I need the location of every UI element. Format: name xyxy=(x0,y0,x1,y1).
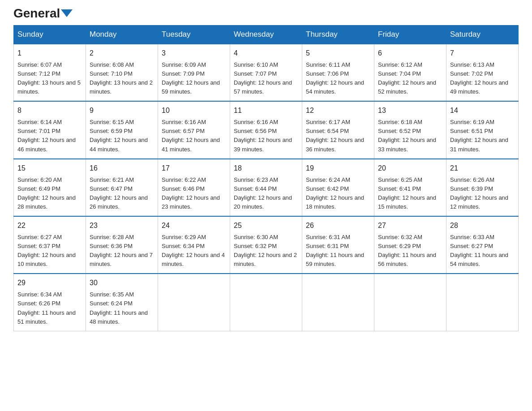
day-number: 15 xyxy=(17,163,82,174)
calendar-cell: 16Sunrise: 6:21 AMSunset: 6:47 PMDayligh… xyxy=(86,159,158,216)
day-info: Sunrise: 6:27 AMSunset: 6:37 PMDaylight:… xyxy=(17,234,76,267)
day-info: Sunrise: 6:12 AMSunset: 7:04 PMDaylight:… xyxy=(378,61,436,95)
calendar-cell: 26Sunrise: 6:31 AMSunset: 6:31 PMDayligh… xyxy=(302,216,374,274)
day-info: Sunrise: 6:10 AMSunset: 7:07 PMDaylight:… xyxy=(234,61,292,95)
day-number: 13 xyxy=(378,105,442,116)
calendar-cell xyxy=(302,274,374,331)
weekday-header-row: SundayMondayTuesdayWednesdayThursdayFrid… xyxy=(14,26,519,44)
logo-arrow-icon xyxy=(61,9,73,17)
day-info: Sunrise: 6:30 AMSunset: 6:32 PMDaylight:… xyxy=(234,234,297,267)
day-info: Sunrise: 6:29 AMSunset: 6:34 PMDaylight:… xyxy=(162,234,225,267)
calendar-cell: 25Sunrise: 6:30 AMSunset: 6:32 PMDayligh… xyxy=(230,216,302,274)
day-info: Sunrise: 6:32 AMSunset: 6:29 PMDaylight:… xyxy=(378,234,436,267)
day-number: 26 xyxy=(306,220,370,231)
day-number: 18 xyxy=(234,163,298,174)
calendar-cell: 24Sunrise: 6:29 AMSunset: 6:34 PMDayligh… xyxy=(158,216,230,274)
calendar-cell: 20Sunrise: 6:25 AMSunset: 6:41 PMDayligh… xyxy=(374,159,446,216)
day-number: 5 xyxy=(306,48,370,59)
day-info: Sunrise: 6:31 AMSunset: 6:31 PMDaylight:… xyxy=(306,234,364,267)
day-info: Sunrise: 6:11 AMSunset: 7:06 PMDaylight:… xyxy=(306,61,364,95)
calendar-cell: 19Sunrise: 6:24 AMSunset: 6:42 PMDayligh… xyxy=(302,159,374,216)
day-info: Sunrise: 6:24 AMSunset: 6:42 PMDaylight:… xyxy=(306,176,364,210)
calendar-cell: 21Sunrise: 6:26 AMSunset: 6:39 PMDayligh… xyxy=(446,159,519,216)
day-info: Sunrise: 6:23 AMSunset: 6:44 PMDaylight:… xyxy=(234,176,292,210)
day-info: Sunrise: 6:20 AMSunset: 6:49 PMDaylight:… xyxy=(17,176,76,210)
day-number: 24 xyxy=(162,220,226,231)
day-number: 27 xyxy=(378,220,442,231)
day-info: Sunrise: 6:17 AMSunset: 6:54 PMDaylight:… xyxy=(306,119,364,152)
calendar-cell: 27Sunrise: 6:32 AMSunset: 6:29 PMDayligh… xyxy=(374,216,446,274)
day-number: 9 xyxy=(90,105,154,116)
day-number: 30 xyxy=(90,278,154,289)
calendar-week-row-1: 1Sunrise: 6:07 AMSunset: 7:12 PMDaylight… xyxy=(14,44,519,101)
day-info: Sunrise: 6:07 AMSunset: 7:12 PMDaylight:… xyxy=(17,61,81,95)
day-info: Sunrise: 6:21 AMSunset: 6:47 PMDaylight:… xyxy=(90,176,148,210)
day-info: Sunrise: 6:09 AMSunset: 7:09 PMDaylight:… xyxy=(162,61,220,95)
calendar-cell: 23Sunrise: 6:28 AMSunset: 6:36 PMDayligh… xyxy=(86,216,158,274)
weekday-header-tuesday: Tuesday xyxy=(158,26,230,44)
calendar-cell: 1Sunrise: 6:07 AMSunset: 7:12 PMDaylight… xyxy=(14,44,86,101)
calendar-week-row-5: 29Sunrise: 6:34 AMSunset: 6:26 PMDayligh… xyxy=(14,274,519,331)
day-number: 16 xyxy=(90,163,154,174)
day-number: 12 xyxy=(306,105,370,116)
weekday-header-wednesday: Wednesday xyxy=(230,26,302,44)
day-number: 1 xyxy=(17,48,82,59)
calendar-cell: 18Sunrise: 6:23 AMSunset: 6:44 PMDayligh… xyxy=(230,159,302,216)
day-number: 7 xyxy=(450,48,515,59)
day-info: Sunrise: 6:25 AMSunset: 6:41 PMDaylight:… xyxy=(378,176,436,210)
day-info: Sunrise: 6:18 AMSunset: 6:52 PMDaylight:… xyxy=(378,119,436,152)
day-info: Sunrise: 6:14 AMSunset: 7:01 PMDaylight:… xyxy=(17,119,76,152)
calendar-cell: 15Sunrise: 6:20 AMSunset: 6:49 PMDayligh… xyxy=(14,159,86,216)
day-number: 3 xyxy=(162,48,226,59)
day-number: 29 xyxy=(17,278,82,289)
day-number: 11 xyxy=(234,105,298,116)
day-info: Sunrise: 6:34 AMSunset: 6:26 PMDaylight:… xyxy=(17,291,76,325)
day-info: Sunrise: 6:19 AMSunset: 6:51 PMDaylight:… xyxy=(450,119,508,152)
day-number: 14 xyxy=(450,105,515,116)
calendar-cell: 13Sunrise: 6:18 AMSunset: 6:52 PMDayligh… xyxy=(374,101,446,158)
calendar-cell: 7Sunrise: 6:13 AMSunset: 7:02 PMDaylight… xyxy=(446,44,519,101)
calendar-cell: 12Sunrise: 6:17 AMSunset: 6:54 PMDayligh… xyxy=(302,101,374,158)
calendar-cell: 8Sunrise: 6:14 AMSunset: 7:01 PMDaylight… xyxy=(14,101,86,158)
day-number: 4 xyxy=(234,48,298,59)
calendar-table: SundayMondayTuesdayWednesdayThursdayFrid… xyxy=(13,25,519,331)
day-info: Sunrise: 6:16 AMSunset: 6:57 PMDaylight:… xyxy=(162,119,220,152)
calendar-cell: 4Sunrise: 6:10 AMSunset: 7:07 PMDaylight… xyxy=(230,44,302,101)
day-number: 23 xyxy=(90,220,154,231)
logo-general-text2: General xyxy=(13,6,60,21)
calendar-cell: 2Sunrise: 6:08 AMSunset: 7:10 PMDaylight… xyxy=(86,44,158,101)
calendar-cell: 6Sunrise: 6:12 AMSunset: 7:04 PMDaylight… xyxy=(374,44,446,101)
calendar-cell: 10Sunrise: 6:16 AMSunset: 6:57 PMDayligh… xyxy=(158,101,230,158)
day-number: 8 xyxy=(17,105,82,116)
calendar-cell: 30Sunrise: 6:35 AMSunset: 6:24 PMDayligh… xyxy=(86,274,158,331)
day-number: 10 xyxy=(162,105,226,116)
day-number: 17 xyxy=(162,163,226,174)
day-number: 25 xyxy=(234,220,298,231)
day-number: 21 xyxy=(450,163,515,174)
day-number: 28 xyxy=(450,220,515,231)
calendar-week-row-4: 22Sunrise: 6:27 AMSunset: 6:37 PMDayligh… xyxy=(14,216,519,274)
day-info: Sunrise: 6:16 AMSunset: 6:56 PMDaylight:… xyxy=(234,119,292,152)
page-header: General xyxy=(13,9,519,17)
day-info: Sunrise: 6:13 AMSunset: 7:02 PMDaylight:… xyxy=(450,61,508,95)
logo: General xyxy=(13,9,73,17)
calendar-cell: 22Sunrise: 6:27 AMSunset: 6:37 PMDayligh… xyxy=(14,216,86,274)
day-info: Sunrise: 6:15 AMSunset: 6:59 PMDaylight:… xyxy=(90,119,148,152)
day-info: Sunrise: 6:26 AMSunset: 6:39 PMDaylight:… xyxy=(450,176,508,210)
calendar-cell xyxy=(230,274,302,331)
calendar-week-row-2: 8Sunrise: 6:14 AMSunset: 7:01 PMDaylight… xyxy=(14,101,519,158)
calendar-week-row-3: 15Sunrise: 6:20 AMSunset: 6:49 PMDayligh… xyxy=(14,159,519,216)
day-info: Sunrise: 6:33 AMSunset: 6:27 PMDaylight:… xyxy=(450,234,508,267)
day-info: Sunrise: 6:08 AMSunset: 7:10 PMDaylight:… xyxy=(90,61,153,95)
day-number: 19 xyxy=(306,163,370,174)
day-info: Sunrise: 6:22 AMSunset: 6:46 PMDaylight:… xyxy=(162,176,220,210)
calendar-cell: 14Sunrise: 6:19 AMSunset: 6:51 PMDayligh… xyxy=(446,101,519,158)
day-number: 22 xyxy=(17,220,82,231)
weekday-header-thursday: Thursday xyxy=(302,26,374,44)
calendar-cell: 29Sunrise: 6:34 AMSunset: 6:26 PMDayligh… xyxy=(14,274,86,331)
day-info: Sunrise: 6:35 AMSunset: 6:24 PMDaylight:… xyxy=(90,291,148,325)
day-number: 6 xyxy=(378,48,442,59)
calendar-cell: 11Sunrise: 6:16 AMSunset: 6:56 PMDayligh… xyxy=(230,101,302,158)
calendar-cell xyxy=(374,274,446,331)
calendar-cell: 5Sunrise: 6:11 AMSunset: 7:06 PMDaylight… xyxy=(302,44,374,101)
